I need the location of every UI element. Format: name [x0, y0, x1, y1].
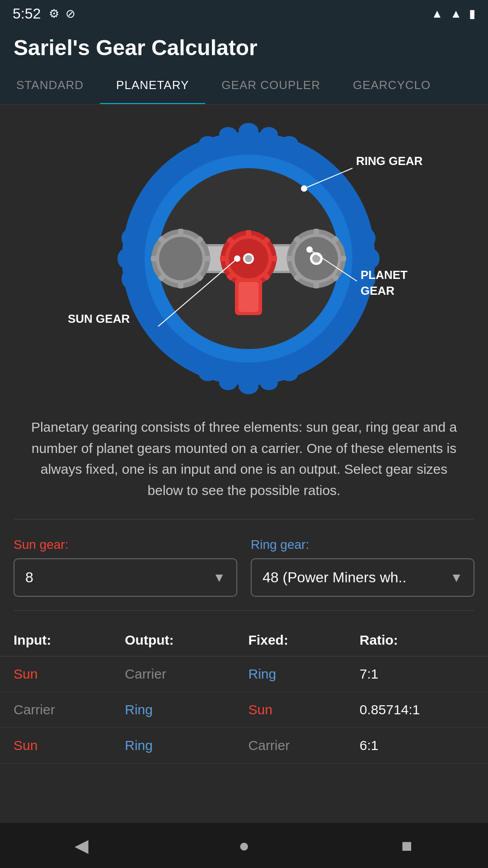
bottom-nav: ◀ ● ■ [0, 823, 488, 868]
ring-gear-chevron-icon: ▼ [450, 571, 463, 585]
divider-2 [14, 610, 474, 611]
svg-rect-48 [314, 282, 319, 288]
gear-diagram-container: RING GEAR SUN GEAR PLANET GEAR [0, 105, 488, 403]
col-ratio-header: Ratio: [346, 624, 488, 656]
svg-point-4 [260, 127, 278, 142]
svg-rect-50 [286, 256, 293, 261]
status-left: 5:52 ⚙ ⊘ [13, 5, 75, 22]
sun-gear-chevron-icon: ▼ [213, 571, 225, 585]
svg-point-10 [361, 229, 375, 247]
table-cell-2-3: 6:1 [346, 728, 488, 764]
description-text: Planetary gearing consists of three elem… [0, 403, 488, 510]
main-content: RING GEAR SUN GEAR PLANET GEAR Planetary… [0, 105, 488, 800]
gear-diagram: RING GEAR SUN GEAR PLANET GEAR [59, 118, 429, 399]
svg-point-25 [122, 270, 136, 288]
table-cell-0-3: 7:1 [346, 656, 488, 692]
table-row: CarrierRingSun0.85714:1 [0, 692, 488, 728]
svg-point-73 [301, 185, 307, 192]
svg-rect-61 [220, 256, 225, 261]
svg-point-12 [352, 210, 366, 228]
table-cell-2-1: Ring [111, 728, 235, 764]
table-cell-2-0: Sun [0, 728, 111, 764]
status-right: ▲ ▲ ▮ [432, 7, 475, 21]
ring-gear-dropdown[interactable]: 48 (Power Miners wh.. ▼ [251, 558, 474, 597]
svg-rect-38 [204, 256, 211, 261]
svg-point-8 [299, 150, 315, 164]
tab-planetary[interactable]: PLANETARY [100, 67, 205, 105]
tab-bar: STANDARD PLANETARY GEAR COUPLER GEARCYCL… [0, 67, 488, 105]
status-time: 5:52 [13, 5, 41, 22]
svg-rect-60 [272, 256, 277, 261]
svg-point-67 [245, 255, 252, 262]
tab-gear-coupler[interactable]: GEAR COUPLER [205, 67, 337, 104]
signal-icon: ▲ [450, 7, 462, 21]
svg-point-24 [122, 229, 136, 247]
svg-point-26 [131, 210, 145, 228]
table-cell-1-3: 0.85714:1 [346, 692, 488, 728]
svg-point-77 [306, 246, 313, 253]
table-header-row: Input: Output: Fixed: Ratio: [0, 624, 488, 656]
svg-point-2 [239, 123, 258, 139]
svg-point-75 [234, 255, 240, 262]
svg-point-29 [145, 307, 158, 323]
svg-point-16 [239, 378, 258, 394]
battery-icon: ▮ [469, 7, 475, 21]
gear-svg-wrapper: RING GEAR SUN GEAR PLANET GEAR [59, 118, 429, 399]
svg-rect-58 [246, 230, 251, 236]
svg-point-6 [280, 136, 298, 151]
svg-rect-69 [239, 282, 258, 312]
wifi-icon: ▲ [432, 7, 443, 21]
planet-gear-label-2: GEAR [361, 284, 394, 297]
svg-point-14 [339, 194, 352, 210]
svg-point-15 [339, 307, 352, 323]
svg-rect-47 [314, 229, 319, 235]
home-button[interactable]: ● [226, 832, 262, 859]
svg-point-19 [199, 367, 217, 381]
ring-gear-label-selector: Ring gear: [251, 538, 474, 552]
svg-point-7 [182, 150, 198, 164]
table-cell-1-0: Carrier [0, 692, 111, 728]
recents-button[interactable]: ■ [389, 832, 425, 859]
sun-gear-dropdown[interactable]: 8 ▼ [14, 558, 237, 597]
svg-rect-49 [340, 256, 346, 261]
svg-point-21 [182, 354, 198, 367]
app-title: Sariel's Gear Calculator [14, 36, 258, 60]
planet-gear-label-1: PLANET [361, 268, 408, 282]
back-button[interactable]: ◀ [63, 832, 99, 859]
svg-point-5 [199, 136, 217, 151]
app-bar: Sariel's Gear Calculator [0, 27, 488, 67]
sun-gear-value: 8 [25, 569, 33, 586]
sun-gear-label: SUN GEAR [68, 312, 130, 326]
col-input-header: Input: [0, 624, 111, 656]
status-bar: 5:52 ⚙ ⊘ ▲ ▲ ▮ [0, 0, 488, 27]
table-cell-0-0: Sun [0, 656, 111, 692]
svg-rect-39 [151, 256, 157, 261]
tab-standard[interactable]: STANDARD [0, 67, 100, 104]
table-cell-1-1: Ring [111, 692, 235, 728]
svg-point-18 [260, 376, 278, 390]
table-cell-1-2: Sun [235, 692, 346, 728]
sun-gear-label: Sun gear: [14, 538, 237, 552]
table-row: SunRingCarrier6:1 [0, 728, 488, 764]
svg-point-17 [219, 376, 237, 390]
sun-gear-group: Sun gear: 8 ▼ [14, 538, 237, 597]
svg-point-28 [145, 194, 158, 210]
gear-icon: ⚙ [49, 7, 59, 21]
gear-selectors: Sun gear: 8 ▼ Ring gear: 48 (Power Miner… [0, 528, 488, 601]
svg-point-3 [219, 127, 237, 142]
col-fixed-header: Fixed: [235, 624, 346, 656]
status-icons: ⚙ ⊘ [49, 7, 75, 21]
divider-1 [14, 519, 474, 519]
svg-point-9 [363, 249, 380, 269]
svg-rect-36 [178, 229, 183, 235]
tab-gearcyclo[interactable]: GEARCYCLO [337, 67, 447, 104]
ring-gear-value: 48 (Power Miners wh.. [263, 569, 406, 586]
svg-point-20 [280, 367, 298, 381]
results-table: Input: Output: Fixed: Ratio: SunCarrierR… [0, 624, 488, 764]
svg-point-27 [131, 289, 145, 307]
blocked-icon: ⊘ [66, 7, 75, 21]
table-cell-0-2: Ring [235, 656, 346, 692]
table-cell-0-1: Carrier [111, 656, 235, 692]
col-output-header: Output: [111, 624, 235, 656]
svg-point-23 [117, 249, 134, 269]
